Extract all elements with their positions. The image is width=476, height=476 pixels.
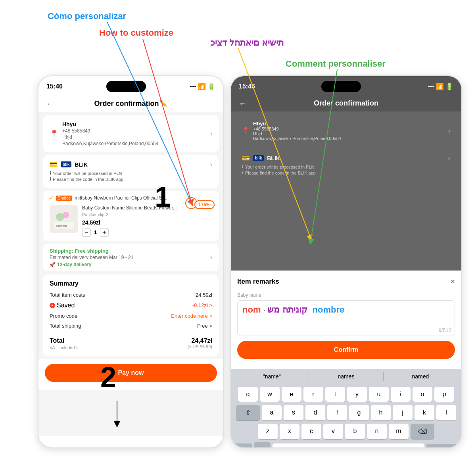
address-card-left[interactable]: 📍 Hhyu +48 5585849 Hhjd Badkowo,Kujawsko…: [43, 115, 219, 152]
qty-decrease-button[interactable]: −: [82, 228, 91, 237]
key-w[interactable]: w: [260, 387, 280, 402]
annotation-number-2: 2: [100, 361, 116, 393]
status-bar-right: 15:46 ▪▪▪ 📶 🔋: [231, 76, 461, 95]
key-i[interactable]: i: [391, 387, 411, 402]
svg-text:Custom: Custom: [56, 224, 67, 228]
shipping-badge: 🚀 12-day delivery: [50, 262, 133, 267]
saved-row[interactable]: ● Saved -0,12zł >: [50, 302, 212, 309]
num-key[interactable]: 123: [234, 443, 252, 448]
payment-icon-right: 💳: [242, 154, 250, 162]
battery-icon-right: 🔋: [445, 83, 453, 90]
key-q[interactable]: q: [238, 387, 258, 402]
check-icon: ✓: [50, 195, 54, 201]
promo-value[interactable]: Enter code here >: [171, 313, 212, 319]
address-phone-right: +48 5585849: [253, 127, 448, 131]
dynamic-island-right: [321, 81, 361, 92]
space-key[interactable]: space: [273, 443, 424, 449]
annotation-number-1: 1: [155, 180, 171, 213]
key-j[interactable]: j: [393, 405, 413, 420]
address-card-right[interactable]: 📍 Hhyu +48 5585849 Hhjd Badkowo,Kujawsko…: [236, 115, 457, 146]
key-f[interactable]: f: [327, 405, 347, 420]
summary-card-left: Summary Total item costs 24,59zł ● Saved…: [43, 274, 219, 356]
phone-right: 15:46 ▪▪▪ 📶 🔋 ← Order confirmation 📍 Hhy…: [230, 75, 462, 448]
svg-point-7: [63, 212, 69, 218]
payment-name-right: BLIK: [267, 155, 280, 161]
qty-control[interactable]: − 1 +: [82, 228, 212, 237]
pay-note-r2: Please find the code in the BLIK app: [245, 171, 316, 175]
target-dot: [190, 202, 193, 205]
close-button[interactable]: ×: [450, 277, 455, 286]
edit-button[interactable]: ✏️: [159, 99, 168, 108]
key-k[interactable]: k: [415, 405, 434, 420]
key-a[interactable]: a: [262, 405, 282, 420]
suggestion-1[interactable]: "name": [235, 372, 309, 381]
total-items-label: Total item costs: [50, 292, 85, 298]
key-z[interactable]: z: [258, 424, 278, 439]
key-p[interactable]: p: [434, 387, 454, 402]
key-c[interactable]: c: [301, 424, 321, 439]
address-info-right: Hhyu +48 5585849 Hhjd Badkowo,Kujawsko-P…: [253, 121, 448, 141]
nav-title-right: Order confirmation: [314, 99, 378, 107]
key-s[interactable]: s: [284, 405, 303, 420]
address-street: Hhjd: [62, 134, 210, 140]
suggestion-2[interactable]: names: [309, 372, 383, 381]
info-icon-2: ℹ: [50, 177, 51, 182]
wifi-icon-right: 📶: [436, 83, 444, 90]
pay-now-button[interactable]: Pay now: [45, 364, 217, 382]
payment-chevron-icon: ›: [210, 161, 212, 168]
saved-value: -0,12zł >: [192, 302, 212, 308]
key-t[interactable]: t: [325, 387, 345, 402]
blik-badge: blik: [61, 161, 71, 167]
key-h[interactable]: h: [371, 405, 391, 420]
qty-increase-button[interactable]: +: [100, 228, 109, 237]
suggestion-3[interactable]: named: [384, 372, 457, 381]
total-amount: 24,47zł: [188, 337, 212, 344]
key-b[interactable]: b: [345, 424, 365, 439]
key-y[interactable]: y: [347, 387, 367, 402]
confirm-button[interactable]: Confirm: [237, 341, 455, 359]
product-variant: Pacifier clip-2: [82, 212, 212, 217]
battery-icon: 🔋: [207, 83, 215, 90]
address-name: Hhyu: [62, 121, 210, 127]
shift-key[interactable]: ⇧: [236, 405, 260, 420]
promo-row[interactable]: Promo code Enter code here >: [50, 313, 212, 319]
info-icon-1: ℹ: [50, 171, 51, 176]
key-l[interactable]: l: [436, 405, 456, 420]
key-x[interactable]: x: [280, 424, 299, 439]
input-period: .: [263, 305, 265, 313]
key-m[interactable]: m: [389, 424, 409, 439]
status-time-right: 15:46: [239, 83, 255, 90]
key-v[interactable]: v: [323, 424, 343, 439]
total-shipping-label: Total shipping: [50, 323, 81, 329]
emoji-key[interactable]: 😊: [254, 442, 271, 448]
spanish-label: Cómo personalizar: [48, 11, 126, 21]
payment-note-1: Your order will be processed in PLN: [53, 171, 122, 176]
payment-card-right[interactable]: 💳 blik BLIK › ℹ Your order will be proce…: [236, 150, 457, 180]
payment-notes: ℹ Your order will be processed in PLN ℹ …: [50, 171, 212, 182]
address-name-right: Hhyu: [253, 121, 448, 127]
key-n[interactable]: n: [367, 424, 387, 439]
info-icon-r1: ℹ: [242, 164, 244, 169]
payment-card-left[interactable]: 💳 blik BLIK › ℹ Your order will be proce…: [43, 155, 219, 188]
shipping-row[interactable]: Total shipping Free >: [50, 323, 212, 329]
shipping-card-left[interactable]: Shipping: Free shipping Estimated delive…: [43, 244, 219, 271]
address-city-right: Badkowo,Kujawsko-Pomorskie,Poland,00554: [253, 136, 448, 141]
delete-key[interactable]: ⌫: [411, 424, 434, 439]
return-key[interactable]: return: [426, 444, 458, 449]
svg-point-6: [56, 213, 64, 221]
key-r[interactable]: r: [303, 387, 323, 402]
baby-name-input[interactable]: nom . קוניתה מש nombre 9/512: [237, 300, 455, 336]
shipping-label: Shipping: Free shipping: [50, 248, 133, 254]
key-d[interactable]: d: [305, 405, 325, 420]
key-g[interactable]: g: [349, 405, 369, 420]
key-o[interactable]: o: [413, 387, 432, 402]
payment-left: 💳 blik BLIK: [50, 161, 88, 168]
saved-text: Saved: [57, 302, 75, 309]
key-u[interactable]: u: [369, 387, 389, 402]
key-e[interactable]: e: [282, 387, 301, 402]
blik-badge-right: blik: [253, 155, 264, 161]
qty-value: 1: [94, 229, 97, 235]
baby-name-content: nom . קוניתה מש nombre 9/512: [242, 305, 450, 315]
back-button-left[interactable]: ←: [46, 99, 54, 108]
back-button-right[interactable]: ←: [239, 99, 247, 108]
